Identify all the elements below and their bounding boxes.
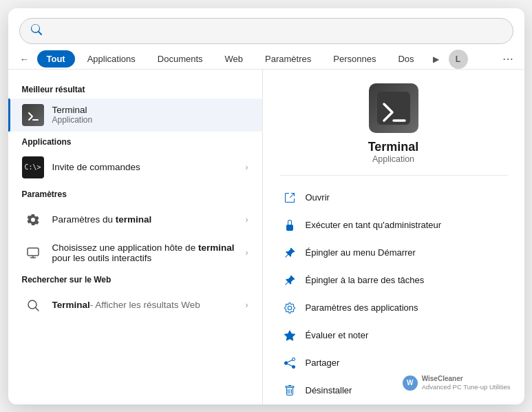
- share-label: Partager: [306, 358, 340, 368]
- web-search-text: Terminal- Afficher les résultats Web: [52, 300, 237, 310]
- web-search-chevron-icon: ›: [246, 300, 248, 310]
- tabs-bar: ← Tout Applications Documents Web Paramè…: [8, 44, 524, 70]
- web-search-title: Terminal- Afficher les résultats Web: [52, 300, 237, 310]
- pin-taskbar-label: Épingler à la barre des tâches: [306, 275, 425, 285]
- admin-label: Exécuter en tant qu'administrateur: [306, 220, 442, 230]
- action-pin-start[interactable]: Épingler au menu Démarrer: [279, 239, 508, 267]
- parametres-section-label: Paramètres: [8, 184, 262, 203]
- uninstall-label: Désinstaller: [306, 385, 352, 395]
- cmd-chevron-icon: ›: [246, 163, 248, 172]
- cmd-item-text: Invite de commandes: [52, 162, 237, 172]
- web-section-label: Rechercher sur le Web: [8, 269, 262, 289]
- web-search-item[interactable]: Terminal- Afficher les résultats Web ›: [8, 289, 262, 322]
- search-icon: [31, 24, 42, 38]
- param-hote-text: Choisissez une application hôte de termi…: [52, 243, 237, 263]
- terminal-icon-small: [22, 104, 44, 126]
- param-terminal-item[interactable]: Paramètres du terminal ›: [8, 203, 262, 236]
- tab-web[interactable]: Web: [215, 50, 253, 68]
- applications-section-label: Applications: [8, 132, 262, 151]
- cmd-item-title: Invite de commandes: [52, 162, 237, 172]
- rate-icon: [282, 328, 297, 343]
- best-result-text: Terminal Application: [52, 105, 248, 125]
- pin-start-label: Épingler au menu Démarrer: [306, 247, 416, 258]
- search-bar-container: Terminal: [8, 8, 524, 44]
- pin-start-icon: [282, 245, 297, 260]
- tab-tout[interactable]: Tout: [37, 50, 75, 68]
- param-hote-title: Choisissez une application hôte de termi…: [52, 243, 237, 263]
- param-hote-chevron-icon: ›: [246, 248, 248, 258]
- action-list: Ouvrir Exécuter en tant qu'administrateu…: [279, 184, 508, 404]
- tab-personnes[interactable]: Personnes: [323, 50, 385, 68]
- app-settings-icon: [282, 300, 297, 316]
- right-panel: Terminal Application Ouvrir: [263, 70, 524, 404]
- user-avatar[interactable]: L: [449, 50, 468, 69]
- play-icon[interactable]: ▶: [427, 50, 446, 69]
- param-terminal-title: Paramètres du terminal: [52, 214, 237, 225]
- app-name: Terminal: [368, 140, 419, 154]
- best-result-subtitle: Application: [52, 115, 248, 125]
- ouvrir-label: Ouvrir: [306, 192, 330, 203]
- app-settings-label: Paramètres des applications: [306, 302, 418, 313]
- param-hote-item[interactable]: Choisissez une application hôte de termi…: [8, 236, 262, 269]
- cmd-item[interactable]: C:\> Invite de commandes ›: [8, 151, 262, 184]
- back-button[interactable]: ←: [15, 50, 34, 69]
- best-result-label: Meilleur résultat: [8, 79, 262, 99]
- svg-line-5: [35, 307, 39, 311]
- wisecleaner-text: WiseCleaner Advanced PC Tune-up Utilitie…: [422, 374, 511, 391]
- admin-icon: [282, 218, 297, 233]
- search-input-wrapper[interactable]: Terminal: [19, 18, 513, 44]
- search-input[interactable]: Terminal: [49, 25, 502, 37]
- main-content: Meilleur résultat Terminal Application: [8, 70, 524, 404]
- ouvrir-icon: [282, 190, 297, 205]
- watermark: W WiseCleaner Advanced PC Tune-up Utilit…: [403, 374, 511, 391]
- tab-applications[interactable]: Applications: [78, 50, 145, 68]
- action-ouvrir[interactable]: Ouvrir: [279, 184, 508, 212]
- param-terminal-icon: [22, 209, 44, 231]
- action-rate[interactable]: Évaluer et noter: [279, 322, 508, 349]
- action-admin[interactable]: Exécuter en tant qu'administrateur: [279, 212, 508, 239]
- pin-taskbar-icon: [282, 273, 297, 288]
- cmd-icon: C:\>: [22, 156, 44, 178]
- action-app-settings[interactable]: Paramètres des applications: [279, 294, 508, 322]
- left-panel: Meilleur résultat Terminal Application: [8, 70, 263, 404]
- action-pin-taskbar[interactable]: Épingler à la barre des tâches: [279, 267, 508, 294]
- more-options-button[interactable]: ⋯: [498, 50, 518, 69]
- svg-rect-1: [28, 248, 39, 256]
- wisecleaner-logo: W: [403, 375, 418, 391]
- action-share[interactable]: Partager: [279, 349, 508, 377]
- tab-documents[interactable]: Documents: [148, 50, 213, 68]
- uninstall-icon: [282, 383, 297, 398]
- app-header: Terminal Application: [279, 83, 508, 176]
- terminal-icon-large: [369, 83, 418, 133]
- param-terminal-text: Paramètres du terminal: [52, 214, 237, 225]
- tab-dos[interactable]: Dos: [388, 50, 423, 68]
- share-icon: [282, 356, 297, 371]
- app-type: Application: [372, 154, 414, 164]
- web-search-icon: [22, 294, 44, 316]
- param-hote-icon: [22, 242, 44, 264]
- best-result-item[interactable]: Terminal Application: [8, 99, 262, 132]
- param-terminal-chevron-icon: ›: [246, 215, 248, 225]
- best-result-title: Terminal: [52, 105, 248, 115]
- tab-parametres[interactable]: Paramètres: [255, 50, 321, 68]
- search-window: Terminal ← Tout Applications Documents W…: [8, 8, 524, 404]
- rate-label: Évaluer et noter: [306, 330, 369, 340]
